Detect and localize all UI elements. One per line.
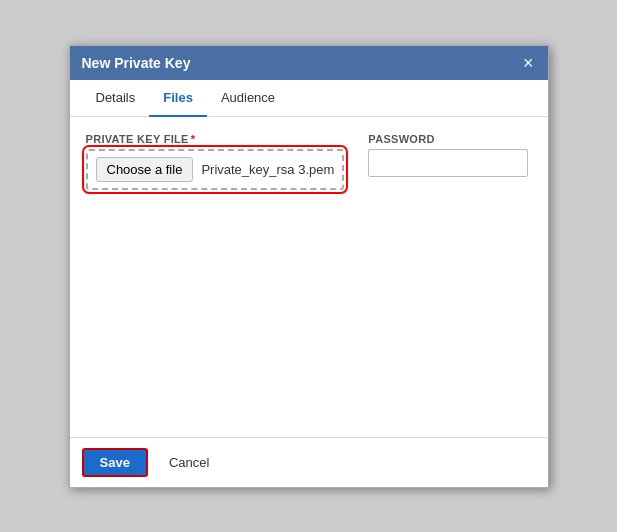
dialog-footer: Save Cancel [70,437,548,487]
password-input[interactable] [368,149,528,177]
dialog-body: PRIVATE KEY FILE* Choose a file Private_… [70,117,548,437]
password-label: PASSWORD [368,133,531,145]
tab-details[interactable]: Details [82,80,150,117]
private-key-file-group: PRIVATE KEY FILE* Choose a file Private_… [86,133,345,190]
choose-file-button[interactable]: Choose a file [96,157,194,182]
password-group: PASSWORD [368,133,531,190]
dialog-header: New Private Key × [70,46,548,80]
cancel-button[interactable]: Cancel [156,449,222,476]
close-button[interactable]: × [521,54,536,72]
tab-bar: Details Files Audience [70,80,548,117]
save-button[interactable]: Save [82,448,148,477]
tab-audience[interactable]: Audience [207,80,289,117]
new-private-key-dialog: New Private Key × Details Files Audience… [69,45,549,488]
dialog-title: New Private Key [82,55,191,71]
form-row: PRIVATE KEY FILE* Choose a file Private_… [86,133,532,190]
file-picker-wrapper: Choose a file Private_key_rsa 3.pem [86,149,345,190]
tab-files[interactable]: Files [149,80,207,117]
private-key-file-label: PRIVATE KEY FILE* [86,133,345,145]
file-name-display: Private_key_rsa 3.pem [201,162,334,177]
required-marker: * [191,133,196,145]
